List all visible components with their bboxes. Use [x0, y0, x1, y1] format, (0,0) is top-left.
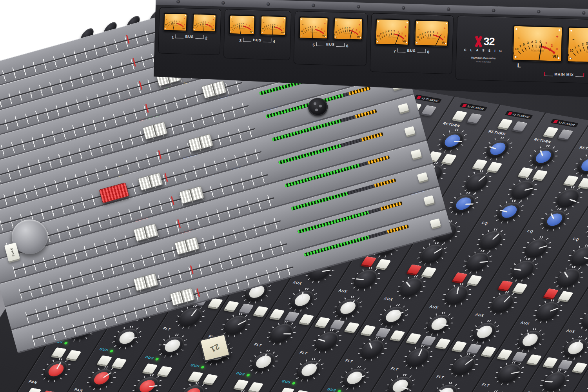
- channel-button[interactable]: [398, 103, 409, 113]
- white-button[interactable]: [487, 162, 503, 172]
- fader-cap[interactable]: [179, 186, 204, 204]
- white-button[interactable]: [497, 349, 513, 359]
- knob-white[interactable]: [385, 375, 416, 392]
- svg-text:1: 1: [312, 26, 314, 28]
- button-row: [452, 111, 482, 123]
- bus-meter-panel-5-6: 2010753210123−+HarrisonVU 2010753210123−…: [294, 11, 368, 66]
- knob-black[interactable]: [540, 371, 570, 392]
- svg-text:2: 2: [321, 28, 323, 30]
- red-diamond-icon: [462, 104, 466, 107]
- svg-text:Harrison: Harrison: [201, 25, 207, 27]
- fader-cap[interactable]: [170, 288, 195, 306]
- channel-button[interactable]: [423, 195, 434, 205]
- knob-black[interactable]: [533, 301, 563, 322]
- red-button[interactable]: [498, 280, 513, 290]
- svg-text:10: 10: [230, 27, 232, 29]
- white-button[interactable]: [481, 346, 497, 356]
- knob-blue[interactable]: [494, 201, 524, 222]
- svg-text:5: 5: [383, 31, 384, 34]
- gray-button[interactable]: [467, 113, 482, 123]
- fader-cap[interactable]: [142, 122, 167, 140]
- white-button[interactable]: [452, 341, 467, 351]
- svg-text:2: 2: [356, 29, 357, 31]
- fader-cap[interactable]: [174, 237, 200, 255]
- main-mix-lr: L R: [512, 62, 588, 72]
- svg-text:2: 2: [345, 27, 346, 29]
- knob-black[interactable]: [462, 171, 492, 192]
- section-label-eq: EQ: [572, 237, 580, 242]
- white-button[interactable]: [543, 127, 559, 137]
- knob-blue[interactable]: [539, 209, 570, 230]
- white-button[interactable]: [533, 170, 548, 180]
- channel-button[interactable]: [417, 172, 428, 182]
- svg-text:20: 20: [415, 39, 416, 41]
- white-button[interactable]: [472, 159, 488, 169]
- white-button[interactable]: [527, 354, 542, 365]
- white-button[interactable]: [498, 119, 513, 129]
- white-button[interactable]: [452, 111, 468, 121]
- gray-button[interactable]: [512, 121, 528, 131]
- knob-black[interactable]: [521, 238, 552, 259]
- knob-black[interactable]: [448, 355, 479, 376]
- channel-button[interactable]: [404, 126, 415, 136]
- svg-text:5: 5: [266, 25, 267, 27]
- button-row: [543, 127, 573, 139]
- section-label-bus: BUS: [327, 387, 342, 392]
- fader-cap[interactable]: [138, 172, 163, 191]
- red-button[interactable]: [544, 288, 559, 298]
- gray-button[interactable]: [421, 105, 437, 115]
- gray-button[interactable]: [512, 352, 527, 362]
- white-button[interactable]: [543, 357, 558, 367]
- svg-text:3: 3: [527, 41, 529, 45]
- white-button[interactable]: [564, 175, 579, 185]
- svg-text:1: 1: [545, 41, 547, 45]
- knob-blue[interactable]: [483, 138, 513, 159]
- knob-black[interactable]: [476, 230, 506, 251]
- knob-black[interactable]: [585, 379, 588, 392]
- knob-black[interactable]: [508, 259, 539, 280]
- svg-text:2: 2: [181, 22, 182, 24]
- white-button[interactable]: [518, 167, 534, 177]
- knob-blue[interactable]: [448, 193, 479, 214]
- knob-black[interactable]: [507, 180, 538, 201]
- knob-white[interactable]: [515, 329, 545, 350]
- fader-cap[interactable]: [133, 223, 158, 241]
- svg-text:7: 7: [338, 29, 339, 31]
- knob-white[interactable]: [430, 383, 461, 392]
- fader-cap[interactable]: [188, 134, 213, 152]
- knob-black[interactable]: [487, 292, 518, 314]
- knob-white[interactable]: [561, 337, 588, 358]
- fader-cap[interactable]: [133, 273, 158, 291]
- gray-button[interactable]: [466, 343, 482, 354]
- svg-text:2: 2: [239, 23, 240, 25]
- channel-button[interactable]: [430, 218, 441, 228]
- knob-blue[interactable]: [528, 146, 559, 167]
- white-button[interactable]: [294, 390, 309, 392]
- gray-button[interactable]: [558, 359, 573, 370]
- white-button[interactable]: [513, 283, 528, 293]
- knob-black[interactable]: [554, 267, 584, 289]
- svg-text:1: 1: [391, 29, 392, 32]
- white-button[interactable]: [578, 178, 588, 188]
- button-row: [544, 288, 573, 301]
- knob-blue[interactable]: [574, 154, 588, 175]
- white-button[interactable]: [572, 362, 588, 372]
- svg-text:Harrison: Harrison: [238, 27, 245, 30]
- svg-text:0: 0: [539, 40, 541, 44]
- screw-icon: [221, 1, 225, 4]
- white-button[interactable]: [467, 275, 483, 285]
- knob-black[interactable]: [578, 309, 588, 330]
- knob-black[interactable]: [463, 251, 493, 272]
- knob-blue[interactable]: [585, 217, 588, 238]
- knob-black[interactable]: [494, 363, 524, 384]
- gray-button[interactable]: [558, 129, 573, 140]
- knob-black[interactable]: [567, 246, 588, 267]
- svg-text:3: 3: [184, 24, 185, 25]
- red-diamond-icon: [416, 96, 421, 99]
- white-button[interactable]: [442, 154, 457, 164]
- knob-black[interactable]: [553, 187, 583, 209]
- knob-blue[interactable]: [437, 130, 468, 151]
- fader-cap[interactable]: [201, 80, 226, 98]
- white-button[interactable]: [558, 291, 573, 301]
- channel-button[interactable]: [411, 149, 422, 159]
